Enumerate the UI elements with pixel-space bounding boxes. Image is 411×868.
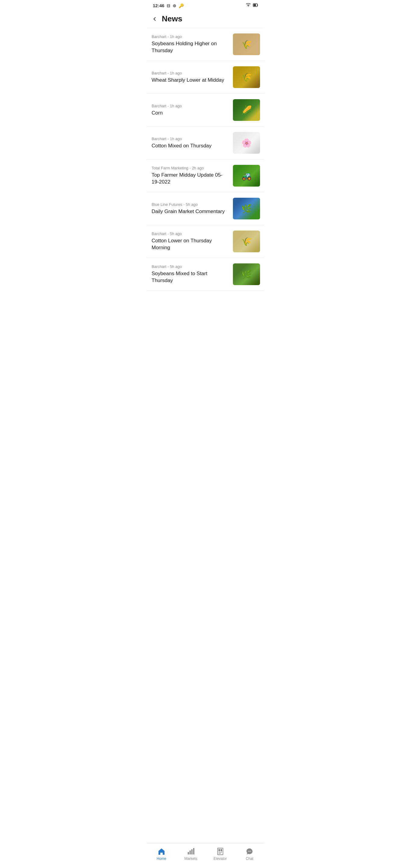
news-image-placeholder-8: 🌿 xyxy=(233,264,260,285)
svg-rect-10 xyxy=(218,852,222,853)
svg-rect-2 xyxy=(254,4,256,6)
news-image-1: 🌾 xyxy=(233,33,260,55)
news-title-6: Daily Grain Market Commentary xyxy=(152,208,229,215)
svg-rect-3 xyxy=(188,852,189,855)
news-image-6: 🌿 xyxy=(233,198,260,219)
svg-rect-4 xyxy=(190,850,191,855)
status-time: 12:46 ⊟ ⊚ 🔑 xyxy=(153,3,184,8)
nav-chat-label: Chat xyxy=(246,857,253,861)
back-button[interactable] xyxy=(150,15,161,23)
news-meta-2: Barchart - 1h ago xyxy=(152,71,229,75)
location-icon: ⊚ xyxy=(173,3,176,8)
news-title-8: Soybeans Mixed to Start Thursday xyxy=(152,270,229,284)
news-meta-4: Barchart - 1h ago xyxy=(152,136,229,141)
news-item-3[interactable]: Barchart - 1h ago Corn 🌽 xyxy=(147,94,264,127)
news-content-7: Barchart - 5h ago Cotton Lower on Thursd… xyxy=(152,231,233,251)
news-content-4: Barchart - 1h ago Cotton Mixed on Thursd… xyxy=(152,136,233,150)
news-image-placeholder-2: 🌾 xyxy=(233,66,260,88)
news-content-6: Blue Line Futures - 5h ago Daily Grain M… xyxy=(152,202,233,215)
news-item-2[interactable]: Barchart - 1h ago Wheat Sharply Lower at… xyxy=(147,61,264,94)
news-content-5: Total Farm Marketing - 2h ago Top Farmer… xyxy=(152,166,233,186)
news-meta-3: Barchart - 1h ago xyxy=(152,104,229,108)
home-icon xyxy=(158,847,165,855)
news-item-7[interactable]: Barchart - 5h ago Cotton Lower on Thursd… xyxy=(147,225,264,258)
bottom-navigation: Home Markets Elevator xyxy=(147,843,264,868)
svg-point-14 xyxy=(250,851,251,851)
news-content-3: Barchart - 1h ago Corn xyxy=(152,104,233,117)
news-meta-7: Barchart - 5h ago xyxy=(152,231,229,236)
svg-rect-5 xyxy=(191,849,193,855)
nav-elevator[interactable]: Elevator xyxy=(205,846,235,862)
nav-home-label: Home xyxy=(157,857,166,861)
markets-icon xyxy=(187,847,195,855)
news-title-1: Soybeans Holding Higher on Thursday xyxy=(152,40,229,54)
svg-rect-9 xyxy=(221,849,222,851)
news-item-8[interactable]: Barchart - 5h ago Soybeans Mixed to Star… xyxy=(147,258,264,291)
news-image-7: 🌾 xyxy=(233,230,260,252)
svg-rect-6 xyxy=(193,848,194,855)
svg-rect-7 xyxy=(218,848,223,855)
news-list: Barchart - 1h ago Soybeans Holding Highe… xyxy=(147,28,264,321)
status-right-icons xyxy=(246,3,258,8)
nav-elevator-label: Elevator xyxy=(214,857,227,861)
chat-icon xyxy=(246,847,253,855)
svg-rect-11 xyxy=(218,853,221,854)
elevator-icon xyxy=(216,847,224,855)
nav-markets-label: Markets xyxy=(184,857,197,861)
news-image-placeholder-3: 🌽 xyxy=(233,99,260,121)
nav-home[interactable]: Home xyxy=(147,846,176,862)
news-item-5[interactable]: Total Farm Marketing - 2h ago Top Farmer… xyxy=(147,159,264,192)
svg-point-12 xyxy=(248,851,249,851)
nav-markets[interactable]: Markets xyxy=(176,846,206,862)
news-image-placeholder-7: 🌾 xyxy=(233,230,260,252)
nav-chat[interactable]: Chat xyxy=(235,846,264,862)
news-content-2: Barchart - 1h ago Wheat Sharply Lower at… xyxy=(152,71,233,84)
svg-point-13 xyxy=(249,851,250,851)
news-image-placeholder-1: 🌾 xyxy=(233,33,260,55)
news-title-7: Cotton Lower on Thursday Morning xyxy=(152,238,229,251)
wifi-icon xyxy=(246,3,251,8)
news-title-5: Top Farmer Midday Update 05-19-2022 xyxy=(152,172,229,186)
news-meta-6: Blue Line Futures - 5h ago xyxy=(152,202,229,207)
news-title-2: Wheat Sharply Lower at Midday xyxy=(152,77,229,84)
news-image-8: 🌿 xyxy=(233,264,260,285)
svg-rect-8 xyxy=(218,849,220,851)
news-item-6[interactable]: Blue Line Futures - 5h ago Daily Grain M… xyxy=(147,192,264,225)
news-image-3: 🌽 xyxy=(233,99,260,121)
news-content-8: Barchart - 5h ago Soybeans Mixed to Star… xyxy=(152,264,233,284)
key-icon: 🔑 xyxy=(179,3,184,8)
svg-rect-1 xyxy=(257,4,258,6)
page-title: News xyxy=(162,14,182,24)
news-image-5: 🚜 xyxy=(233,165,260,187)
news-title-3: Corn xyxy=(152,110,229,117)
battery-icon xyxy=(253,3,258,8)
page-header: News xyxy=(147,10,264,28)
news-meta-1: Barchart - 1h ago xyxy=(152,34,229,39)
news-image-2: 🌾 xyxy=(233,66,260,88)
news-image-placeholder-4: 🌸 xyxy=(233,132,260,154)
news-title-4: Cotton Mixed on Thursday xyxy=(152,143,229,150)
sim-icon: ⊟ xyxy=(167,3,170,8)
status-bar: 12:46 ⊟ ⊚ 🔑 xyxy=(147,0,264,10)
news-image-placeholder-6: 🌿 xyxy=(233,198,260,219)
news-image-4: 🌸 xyxy=(233,132,260,154)
news-item-4[interactable]: Barchart - 1h ago Cotton Mixed on Thursd… xyxy=(147,127,264,159)
news-content-1: Barchart - 1h ago Soybeans Holding Highe… xyxy=(152,34,233,54)
news-meta-5: Total Farm Marketing - 2h ago xyxy=(152,166,229,170)
news-meta-8: Barchart - 5h ago xyxy=(152,264,229,269)
news-image-placeholder-5: 🚜 xyxy=(233,165,260,187)
news-item-1[interactable]: Barchart - 1h ago Soybeans Holding Highe… xyxy=(147,28,264,61)
